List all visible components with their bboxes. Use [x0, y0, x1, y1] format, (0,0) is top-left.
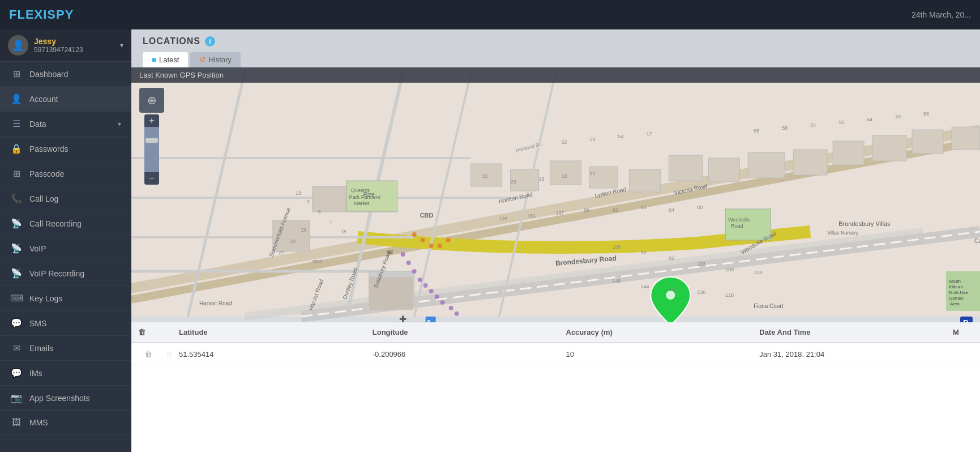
- logo-spy: SPY: [47, 7, 74, 22]
- sidebar-item-voip-recording[interactable]: 📡 VoIP Recording: [0, 261, 131, 286]
- svg-text:22: 22: [279, 250, 284, 255]
- cell-accuracy: 10: [566, 350, 760, 359]
- user-panel[interactable]: 👤 Jessy 5971394724123 ▾: [0, 29, 131, 62]
- sidebar-item-label: IMs: [29, 369, 121, 378]
- col-datetime: Date And Time: [759, 328, 953, 336]
- sidebar-item-mms[interactable]: 🖼 MMS: [0, 411, 131, 435]
- sidebar-item-data[interactable]: ☰ Data ▾: [0, 112, 131, 137]
- svg-text:1: 1: [329, 219, 332, 224]
- col-accuracy: Accuracy (m): [566, 328, 760, 336]
- sidebar-item-passwords[interactable]: 🔒 Passwords: [0, 137, 131, 161]
- sidebar-item-app-screenshots[interactable]: 📷 App Screenshots: [0, 386, 131, 411]
- sidebar-item-label: Passcode: [29, 169, 121, 178]
- sidebar-item-label: SMS: [29, 319, 121, 328]
- svg-text:Rize: Rize: [363, 191, 375, 198]
- latest-dot: [152, 58, 156, 62]
- zoom-track[interactable]: [144, 127, 159, 172]
- svg-text:140: 140: [669, 287, 677, 292]
- table-row: 🗑 ☆ 51.535414 -0.200966 10 Jan 31, 2018,…: [131, 343, 980, 365]
- svg-text:136: 136: [697, 289, 705, 295]
- svg-text:30: 30: [290, 238, 296, 244]
- sidebar-item-label: Dashboard: [29, 70, 121, 79]
- sidebar-item-label: VoIP Recording: [29, 269, 121, 278]
- compass-control[interactable]: ⊕: [139, 88, 164, 113]
- svg-rect-25: [629, 169, 660, 192]
- user-phone: 5971394724123: [34, 46, 117, 54]
- map-header-bar: Last Known GPS Position: [131, 67, 980, 83]
- svg-text:103: 103: [697, 261, 705, 267]
- main-layout: 👤 Jessy 5971394724123 ▾ ⊞ Dashboard 👤 Ac…: [0, 29, 980, 452]
- svg-text:144: 144: [640, 284, 649, 289]
- tab-latest[interactable]: Latest: [143, 52, 188, 67]
- user-dropdown-arrow[interactable]: ▾: [120, 41, 123, 49]
- sidebar-item-label: Key Logs: [29, 294, 121, 303]
- dashboard-icon: ⊞: [10, 69, 23, 79]
- svg-text:84: 84: [669, 207, 674, 213]
- tab-latest-label: Latest: [159, 56, 179, 64]
- svg-text:Fiona Court: Fiona Court: [754, 303, 783, 309]
- svg-point-68: [435, 295, 439, 299]
- svg-text:100: 100: [612, 244, 620, 250]
- map-container[interactable]: Last Known GPS Position: [131, 67, 980, 322]
- svg-text:50: 50: [838, 120, 844, 125]
- svg-text:Road: Road: [731, 223, 743, 229]
- svg-rect-24: [589, 167, 618, 188]
- svg-text:116: 116: [725, 292, 734, 298]
- tab-history[interactable]: ↺ History: [190, 52, 240, 67]
- svg-text:✚: ✚: [399, 314, 406, 322]
- sidebar-item-call-recording[interactable]: 📡 Call Recording: [0, 211, 131, 236]
- col-latitude: Latitude: [179, 328, 373, 336]
- user-avatar: 👤: [8, 35, 28, 56]
- sidebar-item-call-log[interactable]: 📞 Call Log: [0, 186, 131, 211]
- svg-text:65: 65: [754, 128, 759, 134]
- svg-rect-27: [708, 158, 739, 182]
- svg-point-70: [449, 306, 453, 310]
- svg-text:Multi-Use: Multi-Use: [949, 290, 968, 295]
- sidebar-item-account[interactable]: 👤 Account: [0, 87, 131, 112]
- sidebar-item-sms[interactable]: 💬 SMS: [0, 311, 131, 336]
- svg-text:54: 54: [618, 134, 623, 139]
- avatar-icon: 👤: [12, 39, 24, 52]
- info-icon[interactable]: i: [205, 36, 215, 46]
- svg-text:58: 58: [782, 125, 788, 131]
- sidebar-item-voip[interactable]: 📡 VoIP: [0, 236, 131, 261]
- emails-icon: ✉: [10, 343, 23, 353]
- svg-text:68: 68: [923, 111, 929, 117]
- svg-point-66: [423, 283, 428, 288]
- logo: FLEXISPY: [9, 7, 74, 22]
- sidebar-item-ims[interactable]: 💬 IMs: [0, 361, 131, 386]
- content-area: LOCATIONS i Latest ↺ History Last Known …: [131, 29, 980, 452]
- svg-text:Woodville: Woodville: [728, 217, 750, 223]
- sidebar-item-label: Passwords: [29, 144, 121, 153]
- zoom-out-button[interactable]: −: [144, 172, 159, 185]
- svg-text:Market: Market: [354, 201, 370, 206]
- voip-icon: 📡: [10, 243, 23, 254]
- sidebar-item-emails[interactable]: ✉ Emails: [0, 336, 131, 361]
- sidebar-item-dashboard[interactable]: ⊞ Dashboard: [0, 62, 131, 87]
- svg-text:50: 50: [589, 137, 595, 142]
- svg-text:South: South: [949, 279, 961, 284]
- svg-text:Games: Games: [949, 296, 964, 301]
- cell-latitude: 51.535414: [179, 350, 373, 359]
- star-button[interactable]: ☆: [159, 349, 179, 359]
- delete-button[interactable]: 🗑: [138, 349, 159, 359]
- svg-point-69: [440, 300, 445, 305]
- sidebar-item-label: Emails: [29, 344, 121, 353]
- data-table: 🗑 Latitude Longitude Accuracy (m) Date A…: [131, 322, 980, 452]
- svg-text:26: 26: [301, 227, 307, 233]
- voip-recording-icon: 📡: [10, 268, 23, 279]
- zoom-in-button[interactable]: +: [144, 114, 159, 127]
- svg-text:52: 52: [561, 139, 567, 145]
- svg-rect-28: [748, 152, 785, 178]
- svg-text:12: 12: [646, 131, 652, 137]
- svg-point-62: [401, 252, 405, 257]
- col-longitude: Longitude: [373, 328, 566, 336]
- svg-point-71: [455, 312, 459, 316]
- sidebar-item-key-logs[interactable]: ⌨ Key Logs: [0, 286, 131, 311]
- sidebar-item-label: Call Log: [29, 194, 121, 203]
- svg-rect-31: [872, 135, 906, 161]
- sidebar-item-passcode[interactable]: ⊞ Passcode: [0, 161, 131, 186]
- svg-point-73: [421, 238, 425, 242]
- table-header: 🗑 Latitude Longitude Accuracy (m) Date A…: [131, 322, 980, 343]
- svg-point-65: [418, 278, 422, 282]
